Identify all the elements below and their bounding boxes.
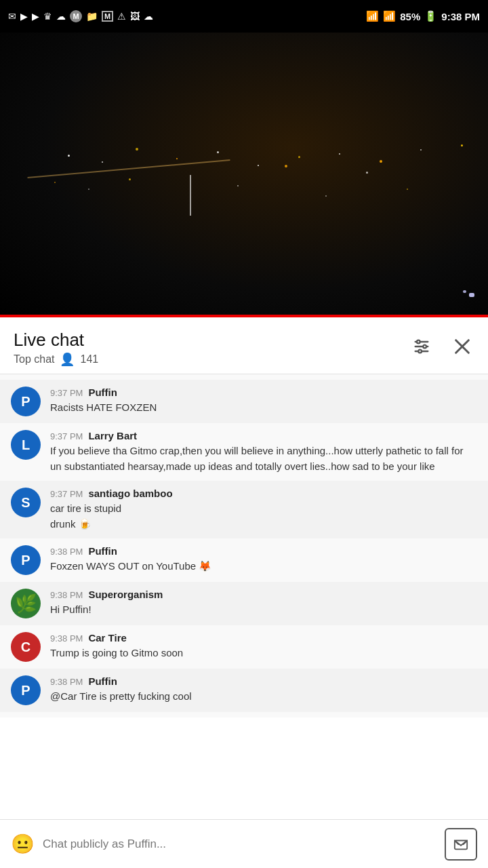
svg-point-5 xyxy=(418,349,422,353)
message-author: Puffin xyxy=(88,545,117,557)
chat-message-row: C 9:38 PM Car Tire Trump is going to Git… xyxy=(0,625,488,669)
cloud-icon: ☁ xyxy=(56,11,66,22)
filter-button[interactable] xyxy=(409,334,434,363)
message-time: 9:37 PM xyxy=(50,431,83,441)
status-indicators-right: 📶 📶 85% 🔋 9:38 PM xyxy=(366,10,480,22)
youtube-icon2: ▶ xyxy=(32,11,39,22)
video-progress-bar[interactable] xyxy=(0,315,488,317)
close-button[interactable] xyxy=(450,334,474,363)
battery-icon: 🔋 xyxy=(424,10,437,22)
avatar: C xyxy=(11,632,41,662)
m-square-icon: M xyxy=(102,11,113,22)
m-icon: M xyxy=(70,10,82,22)
avatar: S xyxy=(11,488,41,517)
message-text: Foxzen WAYS OUT on YouTube 🦊 xyxy=(50,559,477,574)
message-meta: 9:38 PM Puffin xyxy=(50,675,477,687)
chat-message-row: L 9:37 PM Larry Bart If you believe tha … xyxy=(0,423,488,481)
message-time: 9:38 PM xyxy=(50,590,83,600)
video-background xyxy=(0,33,488,317)
chat-message-row: P 9:38 PM Puffin Foxzen WAYS OUT on YouT… xyxy=(0,538,488,582)
message-meta: 9:37 PM santiago bamboo xyxy=(50,488,477,499)
live-chat-title: Live chat xyxy=(14,330,98,351)
chat-message-row: S 9:37 PM santiago bamboo car tire is st… xyxy=(0,481,488,538)
message-meta: 9:37 PM Larry Bart xyxy=(50,430,477,441)
chat-input[interactable] xyxy=(43,837,436,851)
message-author: Puffin xyxy=(88,675,117,687)
message-author: Larry Bart xyxy=(88,430,137,441)
chat-header-actions xyxy=(409,334,474,363)
youtube-icon: ▶ xyxy=(20,11,28,22)
message-text: car tire is stupiddrunk 🍺 xyxy=(50,501,477,532)
message-icon: ✉ xyxy=(8,11,16,22)
top-chat-label: Top chat xyxy=(14,353,54,366)
message-time: 9:38 PM xyxy=(50,547,83,557)
message-text: Racists HATE FOXZEN xyxy=(50,400,477,416)
message-content: 9:38 PM Puffin @Car Tire is pretty fucki… xyxy=(50,675,477,705)
message-time: 9:37 PM xyxy=(50,388,83,398)
signal-icon: 📶 xyxy=(383,10,396,22)
message-time: 9:38 PM xyxy=(50,677,83,687)
avatar: P xyxy=(11,545,41,575)
svg-point-4 xyxy=(423,344,426,348)
message-content: 9:38 PM Car Tire Trump is going to Gitmo… xyxy=(50,632,477,661)
message-meta: 9:38 PM Car Tire xyxy=(50,632,477,644)
message-text: If you believe tha Gitmo crap,then you w… xyxy=(50,443,477,474)
image-icon: 🖼 xyxy=(130,11,140,22)
message-content: 9:37 PM Larry Bart If you believe tha Gi… xyxy=(50,430,477,474)
svg-point-3 xyxy=(417,340,420,343)
chat-input-bar: 😐 xyxy=(0,819,488,868)
folder-icon: 📁 xyxy=(86,11,98,22)
warning-icon: ⚠ xyxy=(117,11,126,22)
chat-message-row: 🌿 9:38 PM Superorganism Hi Puffin! xyxy=(0,582,488,625)
cloud2-icon: ☁ xyxy=(144,11,153,22)
message-content: 9:37 PM Puffin Racists HATE FOXZEN xyxy=(50,387,477,416)
wifi-icon: 📶 xyxy=(366,10,379,22)
chat-subtitle: Top chat 👤 141 xyxy=(14,352,98,367)
message-author: Puffin xyxy=(88,387,117,398)
avatar: L xyxy=(11,430,41,460)
message-meta: 9:38 PM Superorganism xyxy=(50,589,477,600)
chat-message-row: P 9:38 PM Puffin @Car Tire is pretty fuc… xyxy=(0,669,488,712)
message-time: 9:38 PM xyxy=(50,633,83,644)
message-text: @Car Tire is pretty fucking cool xyxy=(50,689,477,705)
message-content: 9:38 PM Superorganism Hi Puffin! xyxy=(50,589,477,618)
person-icon: 👤 xyxy=(60,352,75,367)
chat-message-row: P 9:37 PM Puffin Racists HATE FOXZEN xyxy=(0,380,488,423)
video-player[interactable] xyxy=(0,33,488,317)
message-meta: 9:37 PM Puffin xyxy=(50,387,477,398)
emoji-button[interactable]: 😐 xyxy=(11,833,35,855)
message-content: 9:37 PM santiago bamboo car tire is stup… xyxy=(50,488,477,532)
avatar: 🌿 xyxy=(11,589,41,618)
message-text: Hi Puffin! xyxy=(50,602,477,618)
status-bar: ✉ ▶ ▶ ♛ ☁ M 📁 M ⚠ 🖼 ☁ 📶 📶 85% 🔋 9:38 PM xyxy=(0,0,488,33)
message-text: Trump is going to Gitmo soon xyxy=(50,646,477,661)
battery-text: 85% xyxy=(400,11,420,22)
time-display: 9:38 PM xyxy=(441,11,480,22)
avatar: P xyxy=(11,387,41,416)
send-button[interactable] xyxy=(445,828,477,861)
viewer-count: 141 xyxy=(80,353,98,366)
message-author: Superorganism xyxy=(88,589,163,600)
avatar: P xyxy=(11,675,41,705)
message-content: 9:38 PM Puffin Foxzen WAYS OUT on YouTub… xyxy=(50,545,477,574)
message-meta: 9:38 PM Puffin xyxy=(50,545,477,557)
crown-icon: ♛ xyxy=(43,11,52,22)
chat-messages-list: P 9:37 PM Puffin Racists HATE FOXZEN L 9… xyxy=(0,374,488,717)
message-author: Car Tire xyxy=(88,632,126,644)
chat-header: Live chat Top chat 👤 141 xyxy=(0,317,488,374)
status-icons-left: ✉ ▶ ▶ ♛ ☁ M 📁 M ⚠ 🖼 ☁ xyxy=(8,10,153,22)
message-time: 9:37 PM xyxy=(50,489,83,499)
chat-title-area: Live chat Top chat 👤 141 xyxy=(14,330,98,367)
message-author: santiago bamboo xyxy=(88,488,172,499)
